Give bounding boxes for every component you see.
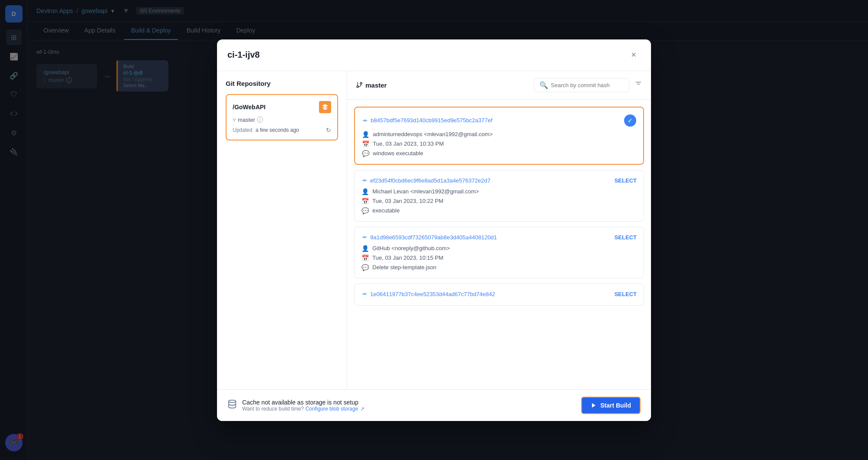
commits-list: b8457bdf5e7693d140cb9915ed9e575bc2a377ef… bbox=[347, 100, 651, 389]
msg-icon-1: 💬 bbox=[362, 207, 369, 214]
select-button-2[interactable]: SELECT bbox=[615, 234, 637, 241]
commit-hash-text-2: 9a1d98e6593cdf73265079ab8e3d405a4408120d… bbox=[370, 234, 497, 241]
svg-point-18 bbox=[229, 400, 236, 403]
commit-message-1: executable bbox=[372, 207, 400, 214]
start-build-label: Start Build bbox=[600, 402, 631, 409]
commit-message-2: Delete step-template.json bbox=[372, 264, 436, 271]
commit-hash-text-3: 1e06411977b37c4ee52353d44ad67c77bd74e842 bbox=[370, 291, 495, 297]
search-icon: 🔍 bbox=[539, 81, 548, 89]
external-link-icon: ↗ bbox=[360, 406, 365, 412]
commit-author-2: GitHub <noreply@github.com> bbox=[372, 245, 450, 251]
svg-point-6 bbox=[364, 120, 366, 121]
svg-point-9 bbox=[364, 179, 365, 181]
commit-msg-row-2: 💬 Delete step-template.json bbox=[362, 264, 637, 271]
configure-blob-link[interactable]: Configure blob storage bbox=[306, 406, 358, 412]
select-button-1[interactable]: SELECT bbox=[615, 177, 637, 184]
commit-author-row-0: 👤 adminturneddevops <mlevan1992@gmail.co… bbox=[362, 131, 636, 138]
commit-meta-0: 👤 adminturneddevops <mlevan1992@gmail.co… bbox=[362, 131, 636, 157]
commit-date-1: Tue, 03 Jan 2023, 10:22 PM bbox=[372, 198, 444, 204]
commits-branch-label: master bbox=[356, 82, 387, 89]
author-icon-0: 👤 bbox=[362, 131, 369, 138]
date-icon-1: 📅 bbox=[362, 198, 369, 205]
modal-body: Git Repository /GoWebAPI ⑂ master i bbox=[217, 71, 651, 389]
git-panel: Git Repository /GoWebAPI ⑂ master i bbox=[217, 71, 347, 389]
commits-panel: master 🔍 bbox=[347, 71, 651, 389]
commit-author-row-2: 👤 GitHub <noreply@github.com> bbox=[362, 245, 637, 252]
repo-card-header: /GoWebAPI bbox=[233, 101, 331, 113]
commit-date-0: Tue, 03 Jan 2023, 10:33 PM bbox=[373, 140, 444, 147]
footer-storage-info: Cache not available as storage is not se… bbox=[242, 399, 365, 412]
modal-overlay[interactable]: ci-1-ijv8 × Git Repository /GoWebAPI bbox=[0, 0, 868, 460]
play-icon bbox=[591, 402, 597, 408]
commit-card-0[interactable]: b8457bdf5e7693d140cb9915ed9e575bc2a377ef… bbox=[354, 107, 644, 165]
commits-header: master 🔍 bbox=[347, 71, 651, 100]
modal-title: ci-1-ijv8 bbox=[227, 50, 260, 60]
commit-date-row-0: 📅 Tue, 03 Jan 2023, 10:33 PM bbox=[362, 140, 636, 147]
branch-icon: ⑂ bbox=[233, 117, 236, 123]
modal-header: ci-1-ijv8 × bbox=[217, 39, 651, 71]
commit-msg-row-1: 💬 executable bbox=[362, 207, 637, 214]
svg-point-12 bbox=[364, 236, 365, 238]
modal: ci-1-ijv8 × Git Repository /GoWebAPI bbox=[217, 39, 651, 421]
msg-icon-0: 💬 bbox=[362, 150, 369, 157]
refresh-icon[interactable]: ↻ bbox=[326, 127, 331, 134]
msg-icon-2: 💬 bbox=[362, 264, 369, 271]
footer-storage-subtext: Want to reduce build time? Configure blo… bbox=[242, 406, 365, 412]
select-button-3[interactable]: SELECT bbox=[615, 291, 637, 297]
commit-msg-row-0: 💬 windows executable bbox=[362, 150, 636, 157]
date-icon-2: 📅 bbox=[362, 254, 369, 261]
commit-author-1: Michael Levan <mlevan1992@gmail.com> bbox=[372, 188, 479, 195]
updated-time: a few seconds ago bbox=[256, 127, 299, 133]
repo-updated: Updated a few seconds ago ↻ bbox=[233, 127, 331, 134]
repo-icon bbox=[319, 101, 331, 113]
repo-info-icon: i bbox=[257, 117, 263, 123]
footer-left: Cache not available as storage is not se… bbox=[227, 399, 365, 412]
repo-card[interactable]: /GoWebAPI ⑂ master i bbox=[226, 94, 338, 140]
svg-point-1 bbox=[360, 82, 362, 84]
commit-icon-0 bbox=[362, 117, 368, 124]
filter-button[interactable] bbox=[635, 80, 642, 90]
svg-point-2 bbox=[357, 86, 358, 88]
commit-check-icon-0: ✓ bbox=[624, 114, 636, 127]
commit-meta-1: 👤 Michael Levan <mlevan1992@gmail.com> 📅… bbox=[362, 188, 637, 214]
branch-name: master bbox=[238, 117, 255, 123]
git-panel-title: Git Repository bbox=[226, 80, 338, 87]
date-icon-0: 📅 bbox=[362, 140, 369, 147]
commit-card-2-header: 9a1d98e6593cdf73265079ab8e3d405a4408120d… bbox=[362, 234, 637, 241]
commit-card-1[interactable]: ef23d54f0cbd6ec9f6e8ad5d1a3a4e576372e2d7… bbox=[354, 170, 644, 222]
commit-hash-text-0: b8457bdf5e7693d140cb9915ed9e575bc2a377ef bbox=[371, 117, 493, 124]
updated-label: Updated bbox=[233, 127, 252, 133]
commit-icon-2 bbox=[362, 234, 368, 240]
commit-date-2: Tue, 03 Jan 2023, 10:15 PM bbox=[372, 254, 444, 261]
repo-branch: ⑂ master i bbox=[233, 117, 331, 123]
repo-name: /GoWebAPI bbox=[233, 104, 266, 111]
footer-storage-text: Cache not available as storage is not se… bbox=[242, 399, 365, 406]
modal-footer: Cache not available as storage is not se… bbox=[217, 389, 651, 421]
commit-icon-1 bbox=[362, 177, 368, 183]
commit-message-0: windows executable bbox=[373, 150, 423, 157]
commit-card-2[interactable]: 9a1d98e6593cdf73265079ab8e3d405a4408120d… bbox=[354, 227, 644, 278]
branch-name-header: master bbox=[365, 82, 387, 89]
author-icon-2: 👤 bbox=[362, 245, 369, 252]
commit-card-1-header: ef23d54f0cbd6ec9f6e8ad5d1a3a4e576372e2d7… bbox=[362, 177, 637, 184]
svg-marker-19 bbox=[592, 403, 595, 408]
commit-author-row-1: 👤 Michael Levan <mlevan1992@gmail.com> bbox=[362, 188, 637, 195]
search-box[interactable]: 🔍 bbox=[534, 78, 629, 92]
start-build-button[interactable]: Start Build bbox=[581, 397, 641, 414]
author-icon-1: 👤 bbox=[362, 188, 369, 195]
commit-hash-1: ef23d54f0cbd6ec9f6e8ad5d1a3a4e576372e2d7 bbox=[362, 177, 490, 184]
commit-date-row-2: 📅 Tue, 03 Jan 2023, 10:15 PM bbox=[362, 254, 637, 261]
commit-card-3[interactable]: 1e06411977b37c4ee52353d44ad67c77bd74e842… bbox=[354, 284, 644, 306]
commit-hash-2: 9a1d98e6593cdf73265079ab8e3d405a4408120d… bbox=[362, 234, 497, 241]
commit-card-0-header: b8457bdf5e7693d140cb9915ed9e575bc2a377ef… bbox=[362, 114, 636, 127]
commit-hash-text-1: ef23d54f0cbd6ec9f6e8ad5d1a3a4e576372e2d7 bbox=[370, 177, 490, 184]
commit-author-0: adminturneddevops <mlevan1992@gmail.com> bbox=[373, 131, 493, 137]
commit-hash-0: b8457bdf5e7693d140cb9915ed9e575bc2a377ef bbox=[362, 117, 493, 124]
branch-icon bbox=[356, 82, 363, 88]
commit-hash-3: 1e06411977b37c4ee52353d44ad67c77bd74e842 bbox=[362, 291, 495, 297]
search-input[interactable] bbox=[551, 82, 624, 88]
commit-icon-3 bbox=[362, 291, 368, 297]
svg-point-15 bbox=[364, 293, 365, 295]
commit-card-3-header: 1e06411977b37c4ee52353d44ad67c77bd74e842… bbox=[362, 291, 637, 297]
modal-close-button[interactable]: × bbox=[627, 48, 641, 62]
